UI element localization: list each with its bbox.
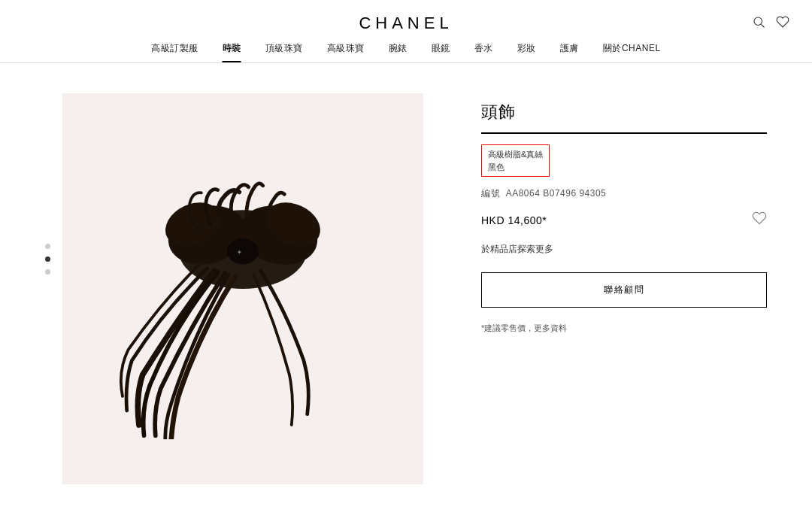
search-icon[interactable] [752,15,765,32]
header-icons [752,15,789,32]
nav-item-eyewear[interactable]: 眼鏡 [432,42,450,62]
product-sku: 編號 AA8064 B07496 94305 [481,187,767,200]
product-details: 頭飾 高級樹脂&真絲 黑色 編號 AA8064 B07496 94305 HKD… [481,93,767,484]
nav-item-fragrance[interactable]: 香水 [474,42,493,62]
sku-value: AA8064 B07496 94305 [506,188,607,199]
header-top: CHANEL [0,14,812,33]
product-image: ✦ [62,93,423,484]
nav-item-jewelry[interactable]: 高級珠寶 [327,42,365,62]
main-nav: 高級訂製服 時裝 頂級珠寶 高級珠寶 腕錶 眼鏡 香水 彩妝 護膚 關於CHAN… [136,42,675,62]
svg-line-1 [761,24,764,27]
product-price-row: HKD 14,600* [481,211,767,229]
favorite-icon[interactable] [776,15,789,32]
nav-item-skincare[interactable]: 護膚 [560,42,579,62]
nav-item-fashion[interactable]: 時裝 [223,42,241,62]
sku-label: 編號 [481,188,500,199]
image-pagination [45,93,50,484]
nav-item-haute-couture[interactable]: 高級訂製服 [151,42,198,62]
nav-item-about[interactable]: 關於CHANEL [603,42,661,62]
material-line2: 黑色 [488,162,504,171]
svg-text:✦: ✦ [237,249,242,256]
wishlist-icon[interactable] [752,211,767,229]
product-title: 頭飾 [481,101,767,134]
product-price: HKD 14,600* [481,214,547,226]
nav-item-makeup[interactable]: 彩妝 [517,42,536,62]
svg-point-0 [754,17,762,26]
pagination-dot-1[interactable] [45,244,50,249]
svg-point-7 [227,238,259,264]
contact-button[interactable]: 聯絡顧問 [481,272,767,308]
store-note: 於精品店探索更多 [481,243,767,256]
product-image-section: ✦ [45,93,436,484]
material-line1: 高級樹脂&真絲 [488,150,543,159]
nav-item-watches[interactable]: 腕錶 [389,42,408,62]
price-note: *建議零售價，更多資料 [481,323,767,334]
pagination-dot-3[interactable] [45,269,50,275]
header: CHANEL 高級訂製服 時裝 頂級珠寶 高級珠寶 腕錶 眼鏡 香水 彩妝 護膚… [0,0,812,63]
main-content: ✦ [0,63,812,514]
brand-logo: CHANEL [359,14,453,33]
nav-item-high-jewelry[interactable]: 頂級珠寶 [265,42,303,62]
pagination-dot-2[interactable] [45,256,50,262]
product-svg: ✦ [115,138,371,439]
material-tag: 高級樹脂&真絲 黑色 [481,144,550,177]
